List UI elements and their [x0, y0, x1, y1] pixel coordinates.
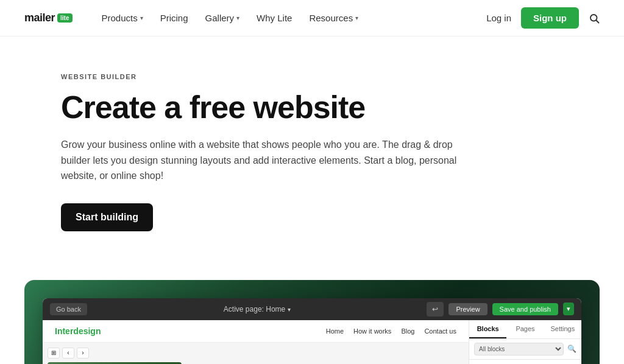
builder-window: Go back Active page: Home ▾ ↩ Preview Sa… [43, 298, 581, 364]
logo-name: mailer [24, 12, 55, 24]
canvas-ctrl-grid[interactable]: ⊞ [48, 348, 60, 359]
logo[interactable]: mailer lite [24, 12, 73, 24]
site-logo: Interdesign [55, 326, 101, 336]
search-button[interactable] [589, 13, 600, 24]
sidebar-tab-pages[interactable]: Pages [506, 320, 544, 338]
svg-point-0 [590, 15, 597, 21]
nav-pricing[interactable]: Pricing [160, 13, 188, 23]
builder-canvas: ⊞ ‹ › ✎ ⧉ ✕ [43, 343, 469, 364]
nav-links: Products ▾ Pricing Gallery ▾ Why Lite Re… [102, 13, 487, 23]
sidebar-content-label: CONTENT [469, 360, 581, 364]
builder-site-nav: Interdesign Home How it works Blog Conta… [43, 320, 469, 343]
builder-sidebar: Blocks Pages Settings All blocks 🔍 CONTE… [469, 320, 581, 364]
search-icon: 🔍 [567, 345, 576, 353]
hero-label: WEBSITE BUILDER [61, 73, 488, 80]
hero-section: WEBSITE BUILDER Create a free website Gr… [0, 37, 548, 256]
nav-resources[interactable]: Resources ▾ [309, 13, 358, 23]
screenshot-section: Go back Active page: Home ▾ ↩ Preview Sa… [24, 280, 600, 364]
nav-why-lite[interactable]: Why Lite [257, 13, 292, 23]
start-building-button[interactable]: Start building [61, 203, 153, 231]
main-nav: mailer lite Products ▾ Pricing Gallery ▾… [0, 0, 624, 37]
nav-gallery[interactable]: Gallery ▾ [205, 13, 240, 23]
chevron-down-icon: ▾ [355, 15, 358, 21]
logo-badge: lite [57, 13, 72, 23]
chevron-down-icon: ▾ [236, 15, 239, 21]
site-nav-how-it-works[interactable]: How it works [353, 327, 391, 335]
chevron-down-icon: ▾ [140, 15, 143, 21]
nav-actions: Log in Sign up [486, 7, 600, 29]
nav-products[interactable]: Products ▾ [102, 13, 143, 23]
builder-publish-button[interactable]: Save and publish [492, 303, 558, 315]
builder-canvas-area: Interdesign Home How it works Blog Conta… [43, 320, 469, 364]
builder-preview-button[interactable]: Preview [448, 303, 487, 315]
builder-active-page: Active page: Home ▾ [224, 305, 291, 313]
hero-title: Create a free website [61, 90, 488, 125]
builder-actions: ↩ Preview Save and publish ▾ [427, 302, 574, 317]
canvas-ctrl-next[interactable]: › [77, 348, 89, 359]
canvas-ctrl-prev[interactable]: ‹ [62, 348, 74, 359]
hero-description: Grow your business online with a website… [61, 137, 475, 184]
site-nav-home[interactable]: Home [326, 327, 344, 335]
sidebar-tab-settings[interactable]: Settings [544, 320, 581, 338]
builder-undo-button[interactable]: ↩ [427, 302, 444, 317]
login-button[interactable]: Log in [486, 13, 511, 23]
search-icon [589, 13, 600, 24]
builder-content: Interdesign Home How it works Blog Conta… [43, 320, 581, 364]
sidebar-filter: All blocks 🔍 [469, 339, 581, 360]
site-nav-contact[interactable]: Contact us [424, 327, 456, 335]
sidebar-tab-blocks[interactable]: Blocks [469, 320, 506, 338]
site-nav-links: Home How it works Blog Contact us [326, 327, 456, 335]
builder-publish-dropdown-button[interactable]: ▾ [563, 303, 574, 315]
signup-button[interactable]: Sign up [521, 7, 579, 29]
sidebar-tabs: Blocks Pages Settings [469, 320, 581, 339]
sidebar-blocks-filter[interactable]: All blocks [474, 343, 564, 355]
site-nav-blog[interactable]: Blog [401, 327, 414, 335]
builder-topbar: Go back Active page: Home ▾ ↩ Preview Sa… [43, 298, 581, 320]
chevron-down-icon: ▾ [288, 306, 291, 313]
builder-back-button[interactable]: Go back [50, 303, 87, 315]
canvas-controls: ⊞ ‹ › [48, 348, 464, 359]
svg-line-1 [597, 20, 599, 23]
